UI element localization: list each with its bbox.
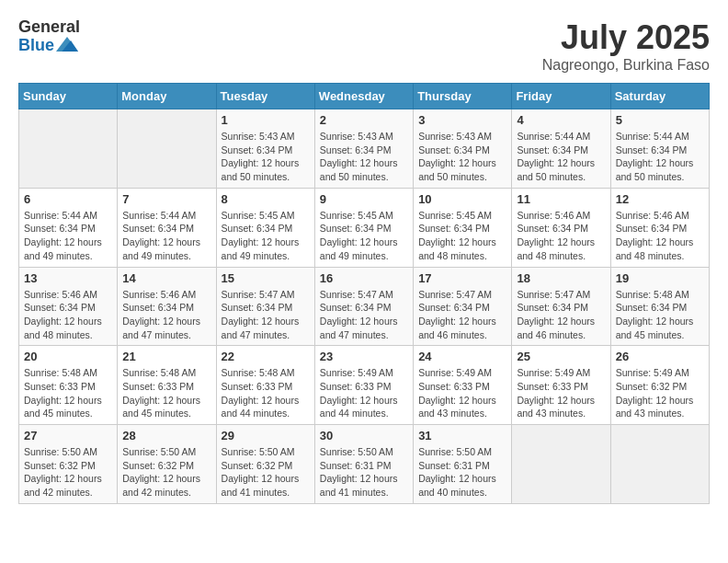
day-info: Sunrise: 5:49 AM Sunset: 6:33 PM Dayligh…	[320, 366, 408, 420]
calendar-cell	[19, 109, 118, 189]
day-info: Sunrise: 5:48 AM Sunset: 6:34 PM Dayligh…	[616, 288, 704, 342]
day-info: Sunrise: 5:50 AM Sunset: 6:31 PM Dayligh…	[418, 445, 506, 500]
day-info: Sunrise: 5:50 AM Sunset: 6:31 PM Dayligh…	[320, 445, 408, 500]
day-number: 22	[222, 350, 310, 363]
calendar-day-header: Friday	[512, 84, 610, 109]
calendar-cell: 18Sunrise: 5:47 AM Sunset: 6:34 PM Dayli…	[512, 267, 610, 346]
day-number: 18	[517, 271, 605, 285]
day-info: Sunrise: 5:47 AM Sunset: 6:34 PM Dayligh…	[320, 288, 408, 342]
title-area: July 2025 Nagreongo, Burkina Faso	[542, 18, 710, 74]
calendar-week-row: 20Sunrise: 5:48 AM Sunset: 6:33 PM Dayli…	[19, 346, 710, 425]
day-info: Sunrise: 5:44 AM Sunset: 6:34 PM Dayligh…	[616, 130, 704, 184]
day-info: Sunrise: 5:49 AM Sunset: 6:33 PM Dayligh…	[418, 366, 506, 420]
month-title: July 2025	[542, 18, 710, 57]
day-number: 8	[222, 192, 310, 206]
calendar-cell: 23Sunrise: 5:49 AM Sunset: 6:33 PM Dayli…	[314, 346, 413, 425]
calendar-cell: 13Sunrise: 5:46 AM Sunset: 6:34 PM Dayli…	[19, 267, 118, 346]
day-info: Sunrise: 5:48 AM Sunset: 6:33 PM Dayligh…	[24, 366, 112, 420]
calendar-cell: 29Sunrise: 5:50 AM Sunset: 6:32 PM Dayli…	[216, 425, 314, 504]
calendar-cell: 16Sunrise: 5:47 AM Sunset: 6:34 PM Dayli…	[314, 267, 413, 346]
calendar-table: SundayMondayTuesdayWednesdayThursdayFrid…	[18, 83, 710, 504]
calendar-cell	[610, 425, 709, 504]
day-info: Sunrise: 5:46 AM Sunset: 6:34 PM Dayligh…	[616, 209, 704, 263]
calendar-cell: 9Sunrise: 5:45 AM Sunset: 6:34 PM Daylig…	[314, 188, 413, 267]
day-number: 21	[122, 350, 210, 363]
day-info: Sunrise: 5:44 AM Sunset: 6:34 PM Dayligh…	[122, 209, 210, 263]
calendar-cell: 26Sunrise: 5:49 AM Sunset: 6:32 PM Dayli…	[610, 346, 709, 425]
day-number: 17	[418, 271, 506, 285]
calendar-day-header: Saturday	[610, 84, 709, 109]
day-number: 25	[517, 350, 605, 363]
day-info: Sunrise: 5:47 AM Sunset: 6:34 PM Dayligh…	[418, 288, 506, 342]
calendar-week-row: 1Sunrise: 5:43 AM Sunset: 6:34 PM Daylig…	[19, 109, 710, 189]
logo-icon	[56, 35, 78, 53]
day-info: Sunrise: 5:50 AM Sunset: 6:32 PM Dayligh…	[122, 445, 210, 500]
calendar-cell: 27Sunrise: 5:50 AM Sunset: 6:32 PM Dayli…	[19, 425, 118, 504]
day-number: 15	[222, 271, 310, 285]
day-info: Sunrise: 5:43 AM Sunset: 6:34 PM Dayligh…	[320, 130, 408, 184]
calendar-cell: 8Sunrise: 5:45 AM Sunset: 6:34 PM Daylig…	[216, 188, 314, 267]
calendar-cell: 3Sunrise: 5:43 AM Sunset: 6:34 PM Daylig…	[414, 109, 512, 189]
day-info: Sunrise: 5:50 AM Sunset: 6:32 PM Dayligh…	[24, 445, 112, 500]
calendar-header-row: SundayMondayTuesdayWednesdayThursdayFrid…	[19, 84, 710, 109]
calendar-day-header: Sunday	[19, 84, 118, 109]
calendar-cell: 21Sunrise: 5:48 AM Sunset: 6:33 PM Dayli…	[118, 346, 216, 425]
day-number: 30	[320, 429, 408, 442]
calendar-cell: 5Sunrise: 5:44 AM Sunset: 6:34 PM Daylig…	[610, 109, 709, 189]
day-info: Sunrise: 5:46 AM Sunset: 6:34 PM Dayligh…	[24, 288, 112, 342]
day-number: 26	[616, 350, 704, 363]
day-info: Sunrise: 5:47 AM Sunset: 6:34 PM Dayligh…	[222, 288, 310, 342]
day-info: Sunrise: 5:49 AM Sunset: 6:32 PM Dayligh…	[616, 366, 704, 420]
calendar-cell	[118, 109, 216, 189]
day-number: 1	[222, 113, 310, 127]
day-number: 3	[418, 113, 506, 127]
logo-blue-text: Blue	[18, 37, 54, 55]
page-header: General Blue July 2025 Nagreongo, Burkin…	[18, 18, 710, 74]
day-number: 23	[320, 350, 408, 363]
day-number: 27	[24, 429, 112, 442]
logo: General Blue	[18, 18, 80, 55]
day-number: 19	[616, 271, 704, 285]
day-info: Sunrise: 5:46 AM Sunset: 6:34 PM Dayligh…	[517, 209, 605, 263]
calendar-cell: 25Sunrise: 5:49 AM Sunset: 6:33 PM Dayli…	[512, 346, 610, 425]
calendar-cell: 6Sunrise: 5:44 AM Sunset: 6:34 PM Daylig…	[19, 188, 118, 267]
calendar-cell: 11Sunrise: 5:46 AM Sunset: 6:34 PM Dayli…	[512, 188, 610, 267]
calendar-cell: 20Sunrise: 5:48 AM Sunset: 6:33 PM Dayli…	[19, 346, 118, 425]
calendar-day-header: Wednesday	[314, 84, 413, 109]
calendar-cell: 12Sunrise: 5:46 AM Sunset: 6:34 PM Dayli…	[610, 188, 709, 267]
calendar-cell: 14Sunrise: 5:46 AM Sunset: 6:34 PM Dayli…	[118, 267, 216, 346]
calendar-cell: 17Sunrise: 5:47 AM Sunset: 6:34 PM Dayli…	[414, 267, 512, 346]
day-info: Sunrise: 5:48 AM Sunset: 6:33 PM Dayligh…	[222, 366, 310, 420]
day-number: 10	[418, 192, 506, 206]
calendar-cell	[512, 425, 610, 504]
day-info: Sunrise: 5:43 AM Sunset: 6:34 PM Dayligh…	[222, 130, 310, 184]
day-number: 7	[122, 192, 210, 206]
day-info: Sunrise: 5:48 AM Sunset: 6:33 PM Dayligh…	[122, 366, 210, 420]
day-number: 28	[122, 429, 210, 442]
calendar-cell: 1Sunrise: 5:43 AM Sunset: 6:34 PM Daylig…	[216, 109, 314, 189]
calendar-cell: 2Sunrise: 5:43 AM Sunset: 6:34 PM Daylig…	[314, 109, 413, 189]
calendar-cell: 31Sunrise: 5:50 AM Sunset: 6:31 PM Dayli…	[414, 425, 512, 504]
calendar-week-row: 6Sunrise: 5:44 AM Sunset: 6:34 PM Daylig…	[19, 188, 710, 267]
calendar-cell: 28Sunrise: 5:50 AM Sunset: 6:32 PM Dayli…	[118, 425, 216, 504]
calendar-cell: 19Sunrise: 5:48 AM Sunset: 6:34 PM Dayli…	[610, 267, 709, 346]
day-number: 11	[517, 192, 605, 206]
day-info: Sunrise: 5:43 AM Sunset: 6:34 PM Dayligh…	[418, 130, 506, 184]
day-number: 4	[517, 113, 605, 127]
calendar-cell: 15Sunrise: 5:47 AM Sunset: 6:34 PM Dayli…	[216, 267, 314, 346]
day-number: 13	[24, 271, 112, 285]
calendar-cell: 10Sunrise: 5:45 AM Sunset: 6:34 PM Dayli…	[414, 188, 512, 267]
calendar-day-header: Monday	[118, 84, 216, 109]
day-number: 9	[320, 192, 408, 206]
day-info: Sunrise: 5:47 AM Sunset: 6:34 PM Dayligh…	[517, 288, 605, 342]
calendar-cell: 7Sunrise: 5:44 AM Sunset: 6:34 PM Daylig…	[118, 188, 216, 267]
calendar-week-row: 13Sunrise: 5:46 AM Sunset: 6:34 PM Dayli…	[19, 267, 710, 346]
day-number: 2	[320, 113, 408, 127]
day-number: 12	[616, 192, 704, 206]
day-info: Sunrise: 5:45 AM Sunset: 6:34 PM Dayligh…	[320, 209, 408, 263]
day-number: 16	[320, 271, 408, 285]
day-info: Sunrise: 5:46 AM Sunset: 6:34 PM Dayligh…	[122, 288, 210, 342]
calendar-day-header: Tuesday	[216, 84, 314, 109]
calendar-cell: 22Sunrise: 5:48 AM Sunset: 6:33 PM Dayli…	[216, 346, 314, 425]
day-info: Sunrise: 5:44 AM Sunset: 6:34 PM Dayligh…	[517, 130, 605, 184]
